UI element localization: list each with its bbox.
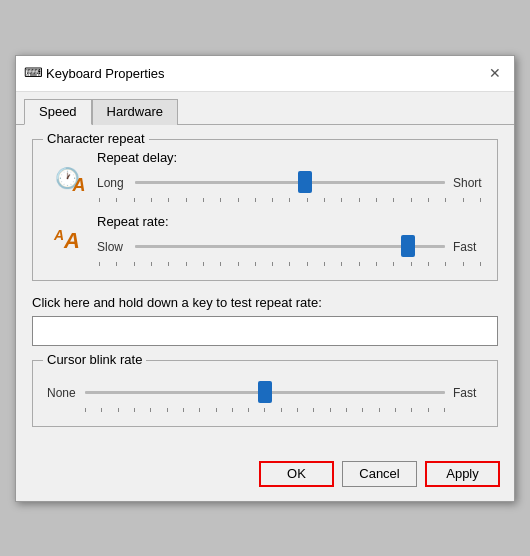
tick [167, 408, 168, 412]
repeat-delay-label: Repeat delay: [97, 150, 483, 165]
tick [445, 198, 446, 202]
tick [289, 198, 290, 202]
test-area-section: Click here and hold down a key to test r… [32, 295, 498, 346]
tick [116, 198, 117, 202]
tick [480, 262, 481, 266]
tick [445, 262, 446, 266]
cancel-button[interactable]: Cancel [342, 461, 417, 487]
tick [199, 408, 200, 412]
tick [101, 408, 102, 412]
tick [99, 262, 100, 266]
tick [362, 408, 363, 412]
tick [428, 262, 429, 266]
repeat-rate-content: Repeat rate: Slow Fast [97, 214, 483, 266]
tick [411, 408, 412, 412]
tick [203, 262, 204, 266]
tick [116, 262, 117, 266]
repeat-delay-ticks [97, 198, 483, 202]
tick [480, 198, 481, 202]
tab-hardware[interactable]: Hardware [92, 99, 178, 125]
repeat-delay-slider-container [135, 169, 445, 197]
repeat-delay-right-label: Short [453, 176, 483, 190]
tick [151, 262, 152, 266]
tick [264, 408, 265, 412]
repeat-rate-track-row: Slow Fast [97, 233, 483, 261]
tick [428, 408, 429, 412]
tick [186, 262, 187, 266]
test-input[interactable] [32, 316, 498, 346]
cursor-blink-slider-container [85, 379, 445, 407]
repeat-delay-content: Repeat delay: Long Short [97, 150, 483, 202]
tick [220, 198, 221, 202]
repeat-rate-ticks [97, 262, 483, 266]
tick [272, 262, 273, 266]
close-button[interactable]: ✕ [484, 62, 506, 84]
tick [216, 408, 217, 412]
tick [359, 198, 360, 202]
tick [411, 262, 412, 266]
tab-bar: Speed Hardware [16, 92, 514, 125]
cursor-blink-right-label: Fast [453, 386, 483, 400]
tick [255, 262, 256, 266]
tick [248, 408, 249, 412]
repeat-rate-right-label: Fast [453, 240, 483, 254]
tick [376, 198, 377, 202]
tick [118, 408, 119, 412]
apply-button[interactable]: Apply [425, 461, 500, 487]
repeat-rate-icon: AA [47, 227, 87, 251]
tick [134, 198, 135, 202]
tick [330, 408, 331, 412]
ok-button[interactable]: OK [259, 461, 334, 487]
cursor-blink-slider[interactable] [85, 383, 445, 403]
cursor-blink-track-row: None Fast [47, 379, 483, 407]
tick [232, 408, 233, 412]
character-repeat-label: Character repeat [43, 131, 149, 146]
tick [324, 198, 325, 202]
repeat-delay-section: 🕐 A Repeat delay: Long Short [47, 150, 483, 202]
tick [463, 262, 464, 266]
tick [307, 198, 308, 202]
tick [151, 198, 152, 202]
tick [255, 198, 256, 202]
repeat-delay-track-row: Long Short [97, 169, 483, 197]
repeat-rate-slider-container [135, 233, 445, 261]
repeat-rate-slider[interactable] [135, 237, 445, 257]
tick [186, 198, 187, 202]
tick [220, 262, 221, 266]
title-bar: ⌨ Keyboard Properties ✕ [16, 56, 514, 92]
test-area-label: Click here and hold down a key to test r… [32, 295, 498, 310]
tick [393, 198, 394, 202]
repeat-rate-label: Repeat rate: [97, 214, 483, 229]
tick [238, 262, 239, 266]
tick [238, 198, 239, 202]
tick [168, 198, 169, 202]
tick [376, 262, 377, 266]
tick [428, 198, 429, 202]
keyboard-properties-window: ⌨ Keyboard Properties ✕ Speed Hardware C… [15, 55, 515, 502]
tick [341, 262, 342, 266]
cursor-blink-group: Cursor blink rate None Fast [32, 360, 498, 427]
tick [346, 408, 347, 412]
tick [307, 262, 308, 266]
repeat-delay-slider[interactable] [135, 173, 445, 193]
repeat-delay-icon: 🕐 A [47, 160, 87, 192]
footer: OK Cancel Apply [16, 453, 514, 501]
tick [411, 198, 412, 202]
tick [281, 408, 282, 412]
tick [297, 408, 298, 412]
tick [150, 408, 151, 412]
title-bar-left: ⌨ Keyboard Properties [24, 65, 165, 81]
tick [203, 198, 204, 202]
tick [99, 198, 100, 202]
cursor-blink-left-label: None [47, 386, 77, 400]
tab-speed[interactable]: Speed [24, 99, 92, 125]
tick [395, 408, 396, 412]
tick [379, 408, 380, 412]
tick [393, 262, 394, 266]
tick [183, 408, 184, 412]
cursor-blink-label: Cursor blink rate [43, 352, 146, 367]
window-title: Keyboard Properties [46, 66, 165, 81]
cursor-blink-ticks [47, 408, 483, 412]
tick [444, 408, 445, 412]
tick [341, 198, 342, 202]
